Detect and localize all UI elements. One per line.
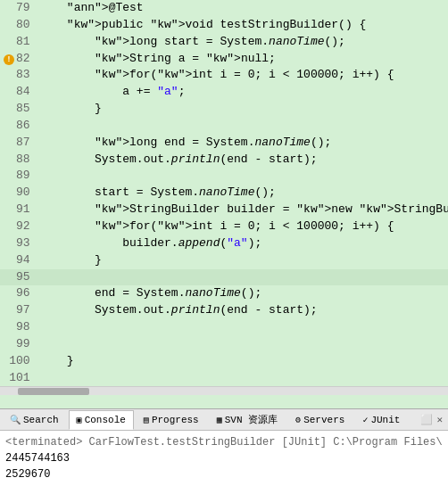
line-content: } [36, 101, 448, 118]
line-number: 100 [0, 353, 36, 370]
bottom-panel: 🔍Search▣Console▤Progress▦SVN 资源库⚙Servers… [0, 408, 448, 486]
line-number: 88 [0, 152, 36, 169]
tab-progress[interactable]: ▤Progress [136, 410, 207, 430]
tab-label: Search [23, 415, 59, 425]
line-content: start = System.nanoTime(); [36, 185, 448, 202]
maximize-icon[interactable]: ✕ [436, 414, 443, 425]
table-row: 79 "ann">@Test [0, 0, 448, 17]
console-output-line2: 2529670 [5, 466, 443, 482]
line-content [36, 336, 448, 353]
line-number: 99 [0, 336, 36, 353]
line-content [36, 319, 448, 336]
tabs-bar: 🔍Search▣Console▤Progress▦SVN 资源库⚙Servers… [0, 409, 448, 431]
line-number: 98 [0, 319, 36, 336]
code-editor: 79 "ann">@Test80 "kw">public "kw">void t… [0, 0, 448, 408]
table-row: 99 [0, 336, 448, 353]
line-number: 91 [0, 202, 36, 218]
line-content: end = System.nanoTime(); [36, 285, 448, 302]
line-number: 79 [0, 0, 36, 17]
line-content [36, 168, 448, 185]
table-row: 88 System.out.println(end - start); [0, 152, 448, 169]
table-row: 86 [0, 118, 448, 135]
warning-icon: ! [4, 54, 14, 65]
tab-servers[interactable]: ⚙Servers [287, 410, 353, 430]
line-content: "kw">String a = "kw">null; [36, 51, 448, 68]
table-row: 84 a += "a"; [0, 84, 448, 101]
line-number: 87 [0, 135, 36, 152]
line-content: builder.append("a"); [36, 235, 448, 252]
console-icon: ▣ [77, 415, 82, 425]
table-row: 81 "kw">long start = System.nanoTime(); [0, 34, 448, 51]
line-number: 84 [0, 84, 36, 101]
table-row: 94 } [0, 252, 448, 269]
table-row: 93 builder.append("a"); [0, 235, 448, 252]
line-content: } [36, 252, 448, 269]
table-row: 90 start = System.nanoTime(); [0, 185, 448, 202]
line-number: 96 [0, 285, 36, 302]
line-content: "kw">for("kw">int i = 0; i < 100000; i++… [36, 67, 448, 84]
line-content: "kw">StringBuilder builder = "kw">new "k… [36, 202, 448, 218]
line-number: 101 [0, 370, 36, 387]
tab-label: Progress [152, 415, 199, 425]
table-row: 101 [0, 370, 448, 387]
table-row: 97 System.out.println(end - start); [0, 302, 448, 319]
line-number: 95 [0, 269, 36, 286]
line-number: 90 [0, 185, 36, 202]
line-content [36, 269, 448, 286]
table-row: 91 "kw">StringBuilder builder = "kw">new… [0, 202, 448, 218]
progress-icon: ▤ [144, 415, 149, 425]
svn 资源库-icon: ▦ [217, 415, 222, 425]
line-content: a += "a"; [36, 84, 448, 101]
line-number: 93 [0, 235, 36, 252]
line-content [36, 118, 448, 135]
table-row: 87 "kw">long end = System.nanoTime(); [0, 135, 448, 152]
table-row: 89 [0, 168, 448, 185]
tab-label: Console [85, 415, 126, 425]
table-row: 80 "kw">public "kw">void testStringBuild… [0, 17, 448, 34]
search-icon: 🔍 [10, 415, 21, 425]
tab-svn-资源库[interactable]: ▦SVN 资源库 [209, 410, 286, 430]
tab-junit[interactable]: ✓JUnit [354, 410, 408, 430]
junit-icon: ✓ [362, 415, 368, 425]
line-number: 94 [0, 252, 36, 269]
line-number: !82 [0, 51, 36, 68]
line-number: 92 [0, 218, 36, 235]
line-number: 81 [0, 34, 36, 51]
tab-console[interactable]: ▣Console [69, 410, 134, 430]
line-number: 80 [0, 17, 36, 34]
line-content: } [36, 353, 448, 370]
line-number: 97 [0, 302, 36, 319]
table-row: 83 "kw">for("kw">int i = 0; i < 100000; … [0, 67, 448, 84]
line-number: 86 [0, 118, 36, 135]
line-number: 89 [0, 168, 36, 185]
minimize-icon[interactable]: ⬜ [420, 414, 433, 425]
code-table: 79 "ann">@Test80 "kw">public "kw">void t… [0, 0, 448, 386]
servers-icon: ⚙ [295, 415, 301, 425]
line-content: "kw">long start = System.nanoTime(); [36, 34, 448, 51]
console-output: <terminated> CarFlowTest.testStringBuild… [0, 431, 448, 486]
console-output-line1: 2445744163 [5, 450, 443, 466]
line-content: System.out.println(end - start); [36, 302, 448, 319]
table-row: 98 [0, 319, 448, 336]
table-row: 96 end = System.nanoTime(); [0, 285, 448, 302]
line-number: 83 [0, 67, 36, 84]
table-row: 100 } [0, 353, 448, 370]
tab-label: Servers [303, 415, 344, 425]
line-content: "ann">@Test [36, 0, 448, 17]
table-row: !82 "kw">String a = "kw">null; [0, 51, 448, 68]
line-content [36, 370, 448, 387]
line-content: "kw">public "kw">void testStringBuilder(… [36, 17, 448, 34]
line-content: "kw">long end = System.nanoTime(); [36, 135, 448, 152]
tab-search[interactable]: 🔍Search [2, 410, 67, 430]
tab-label: SVN 资源库 [225, 413, 278, 426]
line-content: "kw">for("kw">int i = 0; i < 100000; i++… [36, 218, 448, 235]
horizontal-scrollbar[interactable] [0, 386, 448, 395]
scrollbar-thumb[interactable] [18, 388, 89, 395]
console-terminated-line: <terminated> CarFlowTest.testStringBuild… [5, 434, 443, 450]
table-row: 95 [0, 269, 448, 286]
line-content: System.out.println(end - start); [36, 152, 448, 169]
line-number: 85 [0, 101, 36, 118]
table-row: 85 } [0, 101, 448, 118]
tab-label: JUnit [370, 415, 400, 425]
table-row: 92 "kw">for("kw">int i = 0; i < 100000; … [0, 218, 448, 235]
